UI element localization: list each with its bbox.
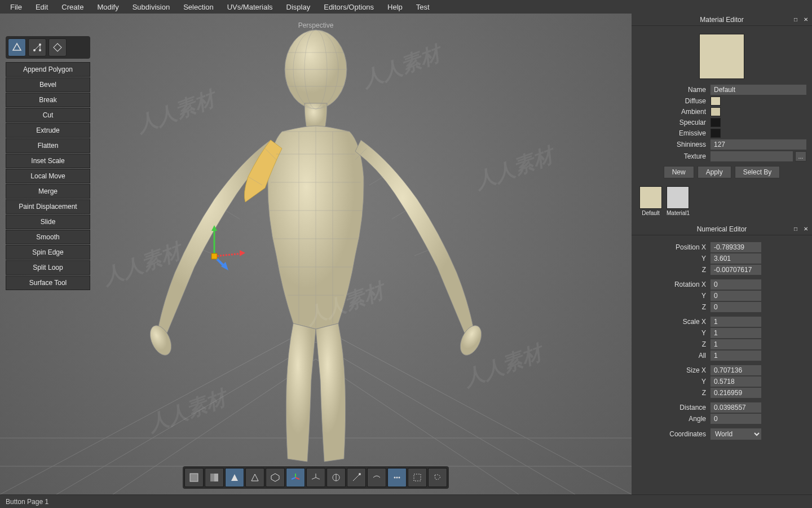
svg-line-28: [34, 45, 40, 50]
rotation-x-input[interactable]: [710, 279, 761, 290]
size-z-input[interactable]: [710, 388, 761, 398]
tool-flatten[interactable]: Flatten: [6, 138, 90, 153]
specular-color-chip[interactable]: [710, 118, 721, 127]
axis-mode-4-icon[interactable]: [347, 468, 366, 487]
mode-face-icon[interactable]: [48, 38, 67, 56]
shininess-input[interactable]: [710, 139, 806, 150]
tool-spin-edge[interactable]: Spin Edge: [6, 245, 90, 260]
transform-gizmo[interactable]: [192, 222, 248, 279]
svg-rect-33: [214, 474, 218, 481]
position-y-input[interactable]: [710, 253, 761, 264]
svg-rect-30: [54, 43, 61, 51]
scale-x-input[interactable]: [710, 317, 761, 327]
status-text: Button Page 1: [6, 498, 48, 506]
scale-y-input[interactable]: [710, 328, 761, 338]
tool-smooth[interactable]: Smooth: [6, 230, 90, 244]
emissive-color-chip[interactable]: [710, 129, 721, 138]
tool-inset-scale[interactable]: Inset Scale: [6, 154, 90, 168]
tool-break[interactable]: Break: [6, 93, 90, 107]
tool-surface-tool[interactable]: Surface Tool: [6, 275, 90, 290]
select-mode-2-icon[interactable]: [408, 468, 427, 487]
texture-browse-button[interactable]: ...: [795, 151, 806, 161]
tool-paint-displacement[interactable]: Paint Displacement: [6, 199, 90, 214]
texture-input[interactable]: [710, 151, 793, 161]
material-preview-swatch[interactable]: [699, 34, 744, 79]
material-item-material1[interactable]: Material1: [667, 186, 690, 216]
select-mode-1-icon[interactable]: [387, 468, 407, 487]
menu-selection[interactable]: Selection: [178, 2, 219, 12]
mannequin-model[interactable]: [102, 13, 530, 476]
material-item-default[interactable]: Default: [639, 186, 662, 216]
menu-help[interactable]: Help: [382, 2, 408, 12]
tool-local-move[interactable]: Local Move: [6, 169, 90, 183]
ambient-color-chip[interactable]: [710, 107, 721, 116]
shade-mode-4-icon[interactable]: [245, 468, 264, 487]
angle-input[interactable]: [710, 414, 761, 424]
shade-mode-3-icon[interactable]: [225, 468, 244, 487]
numerical-editor-header: Numerical Editor □ ✕: [632, 223, 812, 235]
scale-z-input[interactable]: [710, 339, 761, 349]
size-y-input[interactable]: [710, 376, 761, 387]
svg-line-19: [214, 253, 242, 256]
tool-cut[interactable]: Cut: [6, 108, 90, 122]
position-z-input[interactable]: [710, 265, 761, 275]
diffuse-color-chip[interactable]: [710, 97, 721, 106]
shade-mode-1-icon[interactable]: [184, 468, 204, 487]
svg-point-45: [394, 477, 396, 479]
menu-file[interactable]: File: [5, 2, 28, 12]
axis-mode-1-icon[interactable]: [286, 468, 305, 487]
svg-line-37: [292, 478, 295, 479]
menu-display[interactable]: Display: [281, 2, 316, 12]
svg-line-39: [316, 478, 320, 479]
panel-maximize-icon[interactable]: □: [792, 225, 800, 233]
tool-slide[interactable]: Slide: [6, 214, 90, 229]
tool-extrude[interactable]: Extrude: [6, 123, 90, 138]
mode-edge-icon[interactable]: [28, 38, 46, 56]
menu-editors-options[interactable]: Editors/Options: [318, 2, 379, 12]
panel-close-icon[interactable]: ✕: [802, 225, 810, 233]
tool-append-polygon[interactable]: Append Polygon: [6, 62, 90, 77]
menu-edit[interactable]: Edit: [30, 2, 54, 12]
axis-mode-5-icon[interactable]: [367, 468, 386, 487]
svg-point-46: [396, 477, 398, 479]
tool-split-loop[interactable]: Split Loop: [6, 260, 90, 275]
tool-merge[interactable]: Merge: [6, 184, 90, 199]
panel-maximize-icon[interactable]: □: [792, 16, 800, 24]
svg-marker-34: [271, 474, 279, 481]
menu-create[interactable]: Create: [56, 2, 89, 12]
apply-material-button[interactable]: Apply: [698, 166, 731, 178]
svg-rect-23: [211, 253, 217, 259]
rotation-z-label: Z: [637, 303, 710, 311]
shade-mode-2-icon[interactable]: [205, 468, 224, 487]
angle-label: Angle: [637, 415, 710, 423]
axis-mode-2-icon[interactable]: [306, 468, 325, 487]
position-x-label: Position X: [637, 243, 710, 251]
viewport-3d[interactable]: [0, 14, 632, 494]
left-toolbar: Append Polygon Bevel Break Cut Extrude F…: [6, 36, 90, 291]
axis-mode-3-icon[interactable]: [326, 468, 346, 487]
numerical-editor-title: Numerical Editor: [697, 225, 747, 233]
menu-uvs-materials[interactable]: UVs/Materials: [222, 2, 279, 12]
distance-input[interactable]: [710, 402, 761, 413]
position-y-label: Y: [637, 255, 710, 262]
menu-test[interactable]: Test: [411, 2, 435, 12]
shade-mode-5-icon[interactable]: [266, 468, 285, 487]
select-by-material-button[interactable]: Select By: [735, 166, 780, 178]
menu-modify[interactable]: Modify: [91, 2, 124, 12]
scale-z-label: Z: [637, 340, 710, 348]
size-x-input[interactable]: [710, 365, 761, 375]
scale-all-input[interactable]: [710, 351, 761, 361]
rotation-z-input[interactable]: [710, 302, 761, 312]
coordinates-select[interactable]: World: [710, 428, 761, 440]
panel-close-icon[interactable]: ✕: [802, 16, 810, 24]
new-material-button[interactable]: New: [664, 166, 694, 178]
rotation-y-input[interactable]: [710, 291, 761, 301]
material-name-input[interactable]: [710, 85, 806, 95]
select-mode-3-icon[interactable]: [428, 468, 447, 487]
position-x-input[interactable]: [710, 242, 761, 252]
mode-vertex-icon[interactable]: [8, 38, 26, 56]
menu-subdivision[interactable]: Subdivision: [127, 2, 176, 12]
tool-bevel[interactable]: Bevel: [6, 77, 90, 92]
viewport[interactable]: Perspective Append Polygon Bevel Break C…: [0, 14, 632, 494]
svg-marker-20: [240, 250, 245, 256]
